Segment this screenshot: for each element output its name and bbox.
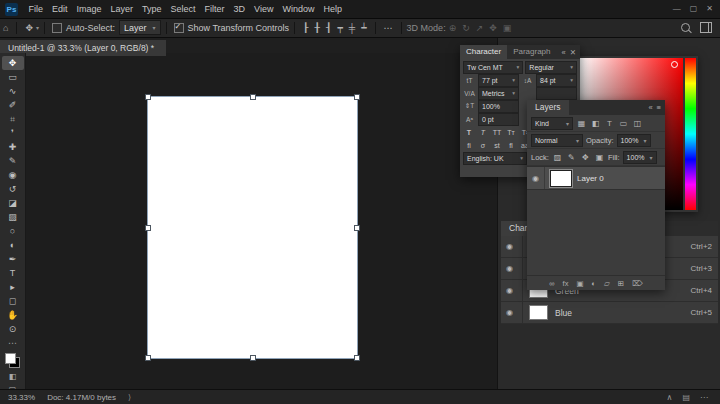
menu-item-help[interactable]: Help bbox=[319, 0, 347, 18]
blend-mode-select[interactable]: Normal▾ bbox=[531, 134, 583, 147]
tab-layers[interactable]: Layers bbox=[527, 100, 569, 115]
add-mask-icon[interactable]: ▣ bbox=[576, 279, 583, 288]
layer-name[interactable]: Layer 0 bbox=[577, 174, 604, 183]
layer-style-icon[interactable]: fx bbox=[563, 279, 569, 288]
tool-preset-caret-icon[interactable]: ▾ bbox=[36, 24, 39, 31]
ligatures-button[interactable]: fi bbox=[463, 140, 475, 151]
menu-item-view[interactable]: View bbox=[250, 0, 278, 18]
discretionary-ligatures-button[interactable]: st bbox=[491, 140, 503, 151]
align-horizontal-centers-icon[interactable]: ╂ bbox=[312, 23, 323, 33]
filter-type-select[interactable]: Kind▾ bbox=[531, 117, 573, 130]
search-icon[interactable] bbox=[681, 23, 690, 32]
zoom-level-field[interactable]: 33.33% bbox=[8, 393, 35, 402]
tool-history-brush[interactable]: ↺ bbox=[2, 182, 24, 196]
collapse-dock-icon[interactable]: ∧ bbox=[667, 393, 673, 402]
tool-gradient[interactable]: ▨ bbox=[2, 210, 24, 224]
tool-zoom[interactable]: ⊙ bbox=[2, 322, 24, 336]
layer-thumbnail[interactable] bbox=[550, 170, 572, 187]
leading-field[interactable]: 84 pt▾ bbox=[536, 74, 577, 87]
tool-type[interactable]: T bbox=[2, 266, 24, 280]
delete-layer-icon[interactable]: ⌦ bbox=[632, 279, 643, 288]
filter-smart-objects-icon[interactable]: ◫ bbox=[632, 119, 643, 128]
eye-icon[interactable]: ◉ bbox=[532, 167, 545, 189]
eye-icon[interactable]: ◉ bbox=[506, 302, 523, 323]
canvas-document[interactable] bbox=[148, 97, 357, 358]
menu-item-window[interactable]: Window bbox=[278, 0, 319, 18]
panel-grid-icon[interactable]: ▤ bbox=[682, 393, 690, 402]
show-transform-checkbox[interactable] bbox=[174, 23, 184, 33]
tool-eraser[interactable]: ◪ bbox=[2, 196, 24, 210]
eye-icon[interactable]: ◉ bbox=[506, 236, 523, 257]
tool-rectangle[interactable]: ◻ bbox=[2, 294, 24, 308]
tool-path-selection[interactable]: ▸ bbox=[2, 280, 24, 294]
move-tool-icon[interactable]: ✥ bbox=[22, 23, 36, 33]
auto-select-dropdown[interactable]: Layer ▾ bbox=[119, 20, 161, 35]
transform-handle-w[interactable] bbox=[145, 225, 151, 231]
panel-options-icon[interactable]: ⋯ bbox=[700, 393, 708, 402]
layer-row-layer0[interactable]: ◉ Layer 0 bbox=[527, 166, 665, 190]
menu-item-3d[interactable]: 3D bbox=[229, 0, 250, 18]
lock-pixels-icon[interactable]: ✎ bbox=[566, 153, 577, 162]
vertical-scale-field[interactable]: 100% bbox=[478, 100, 519, 113]
close-icon[interactable]: ✕ bbox=[706, 0, 713, 18]
filter-adjustment-layers-icon[interactable]: ◧ bbox=[590, 119, 601, 128]
3d-roll-icon[interactable]: ↻ bbox=[459, 23, 473, 33]
status-options-icon[interactable]: ⟩ bbox=[128, 393, 131, 402]
align-left-edges-icon[interactable]: ┠ bbox=[300, 23, 311, 33]
new-layer-icon[interactable]: ⊞ bbox=[618, 279, 624, 288]
align-bottom-edges-icon[interactable]: ┷ bbox=[358, 23, 369, 33]
filter-type-layers-icon[interactable]: T bbox=[604, 119, 615, 128]
font-style-select[interactable]: Regular▾ bbox=[525, 61, 577, 74]
close-panel-icon[interactable]: ✕ bbox=[570, 48, 576, 57]
adjustment-layer-icon[interactable]: ◐ bbox=[592, 279, 597, 288]
align-top-edges-icon[interactable]: ┯ bbox=[334, 23, 345, 33]
tab-character[interactable]: Character bbox=[460, 45, 507, 59]
quick-mask-icon[interactable]: ◧ bbox=[9, 372, 17, 381]
contextual-alternates-button[interactable]: σ bbox=[477, 140, 489, 151]
menu-item-select[interactable]: Select bbox=[166, 0, 200, 18]
language-select[interactable]: English: UK▾ bbox=[463, 152, 527, 165]
menu-item-filter[interactable]: Filter bbox=[200, 0, 229, 18]
channel-row-blue[interactable]: ◉ Blue Ctrl+5 bbox=[501, 302, 718, 324]
tool-hand[interactable]: ✋ bbox=[2, 308, 24, 322]
link-layers-icon[interactable]: ∞ bbox=[549, 279, 554, 288]
color-cursor[interactable] bbox=[671, 61, 678, 68]
faux-italic-button[interactable]: T bbox=[477, 127, 489, 138]
kerning-field[interactable]: Metrics▾ bbox=[478, 87, 519, 100]
all-caps-button[interactable]: TT bbox=[491, 127, 503, 138]
tool-spot-healing-brush[interactable]: ✚ bbox=[2, 140, 24, 154]
lock-position-icon[interactable]: ✥ bbox=[580, 153, 591, 162]
auto-select-checkbox[interactable] bbox=[52, 23, 62, 33]
faux-bold-button[interactable]: T bbox=[463, 127, 475, 138]
tool-blur[interactable]: ○ bbox=[2, 224, 24, 238]
tool-lasso[interactable]: ∿ bbox=[2, 84, 24, 98]
font-family-select[interactable]: Tw Cen MT▾ bbox=[463, 61, 523, 74]
new-group-icon[interactable]: ▱ bbox=[604, 279, 610, 288]
tab-paragraph[interactable]: Paragraph bbox=[507, 45, 556, 59]
filter-shape-layers-icon[interactable]: ▭ bbox=[618, 119, 629, 128]
tool-brush[interactable]: ✎ bbox=[2, 154, 24, 168]
tracking-field[interactable] bbox=[536, 87, 577, 100]
lock-transparency-icon[interactable]: ▨ bbox=[552, 153, 563, 162]
foreground-color-swatch[interactable] bbox=[5, 353, 16, 364]
hue-slider[interactable] bbox=[685, 58, 696, 210]
align-overflow-icon[interactable]: ⋯ bbox=[381, 23, 396, 33]
eye-icon[interactable]: ◉ bbox=[506, 258, 523, 279]
collapse-panel-icon[interactable]: « bbox=[562, 48, 566, 57]
menu-item-layer[interactable]: Layer bbox=[106, 0, 138, 18]
transform-handle-ne[interactable] bbox=[354, 94, 360, 100]
menu-item-file[interactable]: File bbox=[24, 0, 48, 18]
small-caps-button[interactable]: Tᴛ bbox=[505, 127, 517, 138]
transform-handle-s[interactable] bbox=[250, 355, 256, 361]
opacity-field[interactable]: 100%▾ bbox=[617, 134, 651, 147]
edit-toolbar-icon[interactable]: ⋯ bbox=[8, 338, 17, 348]
fill-field[interactable]: 100%▾ bbox=[623, 151, 657, 164]
tool-move[interactable]: ✥ bbox=[2, 56, 24, 70]
3d-scale-icon[interactable]: ▣ bbox=[500, 23, 515, 33]
3d-slide-icon[interactable]: ✥ bbox=[486, 23, 500, 33]
font-size-field[interactable]: 77 pt▾ bbox=[478, 74, 519, 87]
menu-item-image[interactable]: Image bbox=[72, 0, 106, 18]
tool-quick-selection[interactable]: ✐ bbox=[2, 98, 24, 112]
align-right-edges-icon[interactable]: ┨ bbox=[323, 23, 334, 33]
collapse-panel-icon[interactable]: « bbox=[648, 103, 652, 112]
